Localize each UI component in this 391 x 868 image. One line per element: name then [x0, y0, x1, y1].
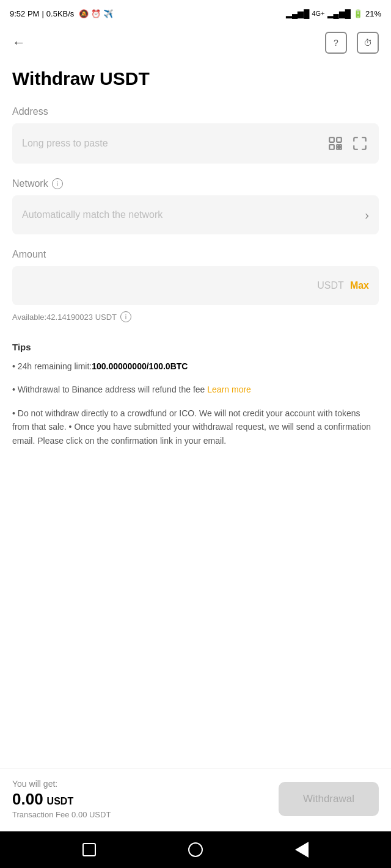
tips-title: Tips	[12, 342, 379, 352]
android-home-icon[interactable]	[188, 842, 203, 857]
battery-icon: 🔋	[353, 9, 363, 18]
svg-rect-1	[337, 137, 342, 142]
address-label: Address	[12, 106, 379, 117]
svg-rect-5	[337, 148, 338, 150]
android-nav-bar	[0, 831, 391, 868]
android-recent-apps-icon[interactable]	[82, 843, 96, 856]
clock-document-icon: ⏱	[364, 38, 372, 48]
network-selector[interactable]: Automatically match the network ›	[12, 195, 379, 234]
tip-item-2: • Withdrawal to Binance address will ref…	[12, 383, 379, 396]
max-button[interactable]: Max	[350, 280, 369, 291]
status-time-speed: 9:52 PM | 0.5KB/s 🔕 ⏰ ✈️	[10, 9, 113, 18]
learn-more-link[interactable]: Learn more	[207, 385, 251, 394]
amount-input-container[interactable]: USDT Max	[12, 266, 379, 305]
address-placeholder: Long press to paste	[22, 138, 326, 149]
question-icon: ?	[334, 38, 338, 48]
svg-rect-2	[329, 145, 334, 150]
top-nav: ← ? ⏱	[0, 27, 391, 59]
back-arrow-icon: ←	[12, 35, 26, 51]
network-info-icon[interactable]: i	[52, 178, 63, 189]
android-back-icon[interactable]	[295, 842, 309, 858]
nav-action-icons: ? ⏱	[325, 32, 379, 54]
transaction-fee: Transaction Fee 0.00 USDT	[12, 810, 111, 819]
amount-label: Amount	[12, 249, 379, 260]
status-indicators: ▂▄▆█ 4G+ ▂▄▆█ 🔋 21%	[286, 9, 381, 18]
history-button[interactable]: ⏱	[357, 32, 379, 54]
svg-rect-3	[337, 145, 338, 146]
scan-qr-icon[interactable]	[326, 134, 345, 153]
signal-bars-icon: ▂▄▆█	[286, 9, 309, 18]
svg-rect-0	[329, 137, 334, 142]
camera-scan-icon[interactable]	[351, 134, 369, 153]
page-content: Withdraw USDT Address Long press to past…	[0, 59, 391, 769]
network-placeholder: Automatically match the network	[22, 209, 163, 220]
status-time: 9:52 PM	[10, 9, 39, 18]
you-will-get-label: You will get:	[12, 779, 111, 789]
address-input-container[interactable]: Long press to paste	[12, 123, 379, 164]
withdrawal-amount-value: 0.00	[12, 790, 43, 809]
status-bar: 9:52 PM | 0.5KB/s 🔕 ⏰ ✈️ ▂▄▆█ 4G+ ▂▄▆█ 🔋…	[0, 0, 391, 27]
available-balance: Available:42.14190023 USDT i	[12, 311, 379, 322]
tip-limit-value: 100.00000000/100.0BTC	[92, 361, 188, 371]
chevron-right-icon: ›	[365, 208, 369, 222]
page-title: Withdraw USDT	[12, 68, 379, 89]
withdrawal-amount-display: 0.00 USDT	[12, 790, 111, 809]
help-button[interactable]: ?	[325, 32, 347, 54]
tips-section: Tips • 24h remaining limit:100.00000000/…	[12, 342, 379, 447]
bottom-section: You will get: 0.00 USDT Transaction Fee …	[0, 769, 391, 831]
svg-rect-4	[340, 145, 342, 146]
address-icon-group	[326, 134, 369, 153]
tip-item-1: • 24h remaining limit:100.00000000/100.0…	[12, 360, 379, 373]
available-info-icon[interactable]: i	[120, 311, 131, 322]
back-button[interactable]: ←	[12, 35, 26, 51]
status-speed: 0.5KB/s	[46, 9, 75, 18]
status-separator: |	[42, 9, 43, 18]
you-will-get-container: You will get: 0.00 USDT Transaction Fee …	[12, 779, 111, 819]
amount-currency: USDT	[317, 280, 344, 291]
tip-item-3: • Do not withdraw directly to a crowdfun…	[12, 407, 379, 447]
signal-icons: 🔕 ⏰ ✈️	[79, 9, 112, 18]
withdrawal-button[interactable]: Withdrawal	[279, 782, 379, 816]
withdrawal-currency: USDT	[47, 796, 74, 807]
network-label: Network i	[12, 178, 379, 189]
network-type-icon: 4G+	[312, 10, 324, 17]
signal-bars2-icon: ▂▄▆█	[327, 9, 351, 18]
battery-percent: 21%	[365, 9, 381, 18]
svg-rect-6	[340, 148, 342, 150]
